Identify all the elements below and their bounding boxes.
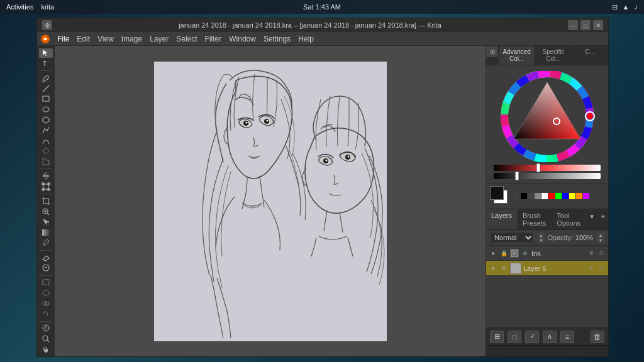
fg-bg-row (486, 183, 608, 209)
swatch-darkgray[interactable] (528, 193, 534, 199)
menu-settings[interactable]: Settings (260, 33, 294, 45)
layer6-action-2[interactable]: ⊟ (597, 264, 606, 273)
filter-icon[interactable]: ▼ (586, 209, 597, 223)
menu-view[interactable]: View (94, 33, 118, 45)
close-button[interactable]: ✕ (593, 20, 603, 30)
activities-button[interactable]: Activities (6, 3, 33, 11)
fg-color-box[interactable] (490, 186, 504, 200)
smart-patch-tool[interactable] (39, 263, 53, 273)
canvas-image[interactable] (154, 62, 387, 341)
layer6-action-1[interactable]: ⊞ (587, 264, 596, 273)
text-tool[interactable]: T (39, 59, 53, 69)
opacity-value-up-btn[interactable]: ▲ (597, 233, 604, 238)
system-bar: Activities krita Sat 1:43 AM ⊟ ▲ ♪ (0, 0, 644, 14)
polygon-tool[interactable] (39, 115, 53, 124)
menu-bar: File Edit View Image Layer Select Filter… (37, 32, 608, 46)
polyline-tool[interactable] (39, 126, 53, 135)
opacity-down-btn[interactable]: ▼ (538, 238, 545, 243)
swatch-black[interactable] (521, 193, 527, 199)
assistant-tool[interactable] (39, 324, 53, 333)
minimize-button[interactable]: – (568, 20, 578, 30)
move-up-btn[interactable]: ✓ (525, 331, 539, 343)
layer-name-ink: Ink (531, 250, 585, 257)
freehand-selection-tool[interactable] (39, 146, 53, 156)
menu-file[interactable]: File (53, 33, 73, 45)
layer-lock-ink[interactable]: 🔒 (499, 249, 508, 258)
color-wheel[interactable] (499, 71, 596, 162)
zoom-tool[interactable] (39, 334, 53, 344)
add-layer-btn[interactable]: ⊞ (490, 331, 504, 343)
brush-presets-tab[interactable]: Brush Presets (518, 209, 552, 229)
freehand-brush-tool[interactable] (39, 74, 53, 83)
layer-action-2[interactable]: ⊟ (597, 249, 606, 258)
rectangular-selection-tool[interactable] (39, 278, 53, 287)
menu-select[interactable]: Select (172, 33, 201, 45)
contiguous-selection-2-tool[interactable] (39, 309, 53, 319)
swatch-blue[interactable] (562, 193, 569, 199)
fill-tool[interactable] (39, 217, 53, 227)
rectangle-tool[interactable] (39, 94, 53, 104)
move-down-btn[interactable]: ∧ (543, 331, 557, 343)
advanced-color-tab[interactable]: Advanced Col... (499, 46, 535, 65)
zoom-in-tool[interactable] (39, 207, 53, 216)
flatten-btn[interactable]: ≡ (560, 331, 574, 343)
system-time: Sat 1:43 AM (303, 3, 341, 11)
tool-options-tab[interactable]: Tool Options (552, 209, 586, 229)
layers-section: Layers Brush Presets Tool Options ▼ ≡ No… (486, 209, 608, 345)
swatch-red[interactable] (548, 193, 555, 199)
settings-icon[interactable]: ⊞ (486, 46, 499, 57)
blend-mode-select[interactable]: Normal (490, 232, 534, 243)
layer-eye-ink[interactable]: ● (489, 249, 497, 258)
swatch-purple[interactable] (583, 193, 589, 199)
layer-item-ink[interactable]: ● 🔒 ⊗ Ink ⊞ ⊟ (486, 246, 608, 261)
opacity-up-btn[interactable]: ▲ (538, 233, 545, 238)
swatch-orange[interactable] (576, 193, 582, 199)
swatch-white[interactable] (541, 193, 548, 199)
color-wheel-area[interactable] (486, 65, 608, 183)
color-tab-3[interactable]: C... (572, 46, 608, 65)
wifi-icon: ▲ (623, 3, 630, 11)
hue-slider[interactable] (494, 165, 601, 171)
svg-point-27 (43, 336, 48, 341)
menu-layer[interactable]: Layer (146, 33, 172, 45)
svg-rect-20 (43, 280, 49, 285)
hand-tool[interactable] (39, 344, 53, 354)
menu-filter[interactable]: Filter (201, 33, 226, 45)
eraser-tool[interactable] (39, 253, 53, 262)
menu-help[interactable]: Help (294, 33, 318, 45)
maximize-button[interactable]: □ (580, 20, 591, 30)
svg-point-59 (512, 251, 517, 256)
layers-tab[interactable]: Layers (486, 209, 518, 229)
cursor-tool[interactable] (39, 48, 53, 58)
title-settings-button[interactable]: ⚙ (42, 20, 52, 30)
specific-color-tab[interactable]: Specific Col... (535, 46, 572, 65)
transform-tool[interactable] (39, 182, 53, 191)
swatch-green[interactable] (555, 193, 562, 199)
group-layer-btn[interactable]: □ (508, 331, 521, 343)
menu-window[interactable]: Window (225, 33, 260, 45)
opacity-value-down-btn[interactable]: ▼ (597, 238, 604, 243)
svg-rect-16 (43, 224, 49, 226)
more-icon[interactable]: ≡ (597, 209, 608, 223)
menu-image[interactable]: Image (118, 33, 146, 45)
similar-selection-tool[interactable] (39, 299, 53, 308)
ellipse-tool[interactable] (39, 105, 53, 114)
swatch-yellow[interactable] (569, 193, 575, 199)
line-tool[interactable] (39, 84, 53, 93)
canvas-area[interactable] (55, 46, 486, 356)
layer-eye-layer6[interactable]: ● (489, 264, 497, 273)
crop-tool[interactable] (39, 197, 53, 206)
canvas-wrapper (154, 62, 387, 341)
menu-edit[interactable]: Edit (73, 33, 94, 45)
layer-action-1[interactable]: ⊞ (587, 249, 596, 258)
value-slider[interactable] (494, 173, 601, 179)
delete-layer-btn[interactable]: 🗑 (591, 331, 604, 343)
bezier-tool[interactable] (39, 136, 53, 145)
contiguous-selection-tool[interactable] (39, 157, 53, 167)
layer-item-layer6[interactable]: ● ⊗ Layer 6 ⊞ ⊟ (486, 261, 608, 276)
swatch-gray[interactable] (535, 193, 541, 199)
elliptical-selection-tool[interactable] (39, 288, 53, 298)
move-tool[interactable] (39, 172, 53, 181)
gradient-tool[interactable] (39, 228, 53, 237)
eyedropper-tool[interactable] (39, 238, 53, 248)
